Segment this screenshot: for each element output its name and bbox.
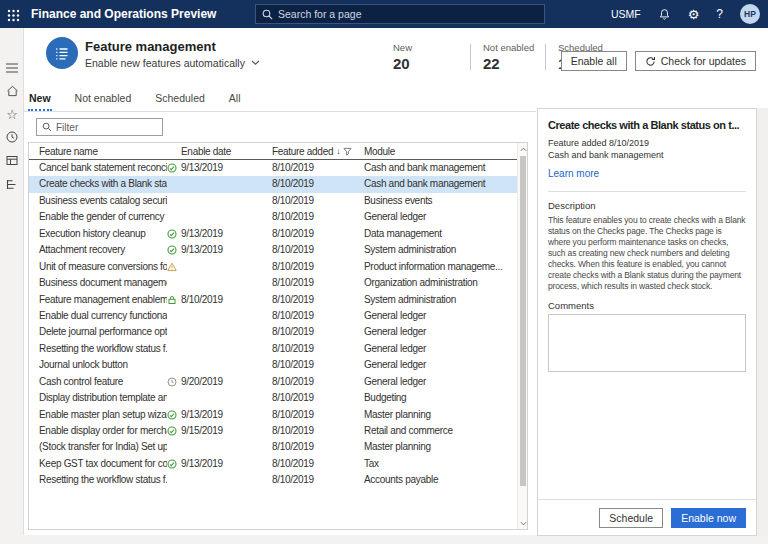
feature-added-cell: 8/10/2019 (272, 259, 364, 275)
table-row[interactable]: Enable the gender of currency f...8/10/2… (29, 209, 527, 225)
tab-not-enabled[interactable]: Not enabled (74, 88, 133, 111)
table-row[interactable]: Display distribution template an...8/10/… (29, 390, 527, 406)
recent-clock-icon[interactable] (5, 130, 19, 144)
feature-name-cell: Enable master plan setup wizar... (39, 407, 167, 423)
feature-name-cell: Cash control feature (39, 374, 167, 390)
app-launcher-waffle-icon[interactable] (7, 8, 20, 21)
table-row[interactable]: Keep GST tax document for con...9/13/201… (29, 456, 527, 472)
chevron-down-icon (251, 60, 260, 66)
user-avatar[interactable]: HP (740, 4, 760, 24)
workspaces-icon[interactable] (5, 153, 19, 167)
enable-date-cell: 8/10/2019 (181, 292, 272, 308)
details-panel: Create checks with a Blank status on t..… (537, 108, 757, 536)
favorites-star-icon[interactable]: ☆ (5, 107, 19, 121)
tab-all[interactable]: All (228, 88, 242, 111)
enable-date-cell: 9/13/2019 (181, 456, 272, 472)
table-row[interactable]: Journal unlock button8/10/2019General le… (29, 357, 527, 373)
scroll-down-icon[interactable] (519, 518, 527, 528)
feature-name-cell: Execution history cleanup (39, 226, 167, 242)
table-row[interactable]: Execution history cleanup9/13/20198/10/2… (29, 226, 527, 242)
enabled-check-icon (167, 226, 181, 242)
feature-added-cell: 8/10/2019 (272, 324, 364, 340)
column-header-enable-date[interactable]: Enable date (181, 143, 272, 159)
status-cell (167, 341, 181, 357)
scrollbar-thumb[interactable] (520, 156, 526, 486)
global-search[interactable] (255, 4, 545, 24)
lock-icon (167, 292, 181, 308)
table-row[interactable]: Cancel bank statement reconcili...9/13/2… (29, 160, 527, 176)
tab-scheduled[interactable]: Scheduled (154, 88, 206, 111)
enabled-check-icon (167, 407, 181, 423)
search-input[interactable] (278, 8, 538, 20)
table-row[interactable]: Enable master plan setup wizar...9/13/20… (29, 407, 527, 423)
help-icon[interactable]: ? (716, 7, 723, 21)
table-row[interactable]: Business document management8/10/2019Org… (29, 275, 527, 291)
feature-added-cell: 8/10/2019 (272, 423, 364, 439)
enable-date-cell (181, 357, 272, 373)
schedule-button[interactable]: Schedule (599, 508, 663, 528)
status-cell (167, 308, 181, 324)
filter-input[interactable] (56, 122, 157, 133)
table-row[interactable]: Feature management enableme...8/10/20198… (29, 292, 527, 308)
table-row[interactable]: Enable display order for mercha...9/15/2… (29, 423, 527, 439)
feature-name-cell: Resetting the workflow status f... (39, 472, 167, 488)
table-row[interactable]: Attachment recovery9/13/20198/10/2019Sys… (29, 242, 527, 258)
comments-textarea[interactable] (548, 314, 746, 372)
refresh-icon (645, 56, 656, 67)
hamburger-menu-icon[interactable] (5, 61, 19, 75)
enable-all-button[interactable]: Enable all (561, 51, 627, 71)
column-header-module[interactable]: Module (364, 143, 505, 159)
sort-descending-icon[interactable]: ↓ (336, 143, 340, 159)
table-row[interactable]: Resetting the workflow status f...8/10/2… (29, 341, 527, 357)
table-row[interactable]: (Stock transfer for India) Set up ...8/1… (29, 439, 527, 455)
panel-gutter (757, 108, 768, 536)
vertical-scrollbar[interactable] (517, 143, 527, 529)
settings-gear-icon[interactable]: ⚙ (688, 8, 700, 21)
stat-new: New20 (393, 42, 412, 72)
enable-now-button[interactable]: Enable now (671, 508, 746, 528)
enable-date-cell (181, 341, 272, 357)
feature-added-cell: 8/10/2019 (272, 275, 364, 291)
scroll-up-icon[interactable] (519, 144, 527, 154)
stat-not-enabled: Not enabled22 (483, 42, 534, 72)
company-picker[interactable]: USMF (611, 8, 641, 20)
status-cell (167, 209, 181, 225)
feature-name-cell: Enable display order for mercha... (39, 423, 167, 439)
enable-date-cell (181, 259, 272, 275)
enable-mode-dropdown[interactable]: Enable new features automatically (85, 57, 260, 69)
check-for-updates-button[interactable]: Check for updates (635, 51, 756, 71)
feature-added-cell: 8/10/2019 (272, 374, 364, 390)
modules-list-icon[interactable] (5, 177, 19, 191)
product-name: Finance and Operations Preview (31, 0, 216, 28)
feature-name-cell: Resetting the workflow status f... (39, 341, 167, 357)
tab-strip: New Not enabled Scheduled All (24, 88, 536, 112)
divider (545, 44, 546, 70)
table-row[interactable]: Create checks with a Blank statu...8/10/… (29, 176, 527, 192)
feature-added-cell: 8/10/2019 (272, 341, 364, 357)
feature-added-cell: 8/10/2019 (272, 292, 364, 308)
home-icon[interactable] (5, 84, 19, 98)
feature-added-cell: 8/10/2019 (272, 176, 364, 192)
column-header-feature-name[interactable]: Feature name (39, 143, 181, 159)
divider (470, 44, 471, 70)
notifications-bell-icon[interactable] (658, 8, 671, 21)
table-row[interactable]: Cash control feature9/20/20198/10/2019Ge… (29, 374, 527, 390)
module-cell: Master planning (364, 439, 515, 455)
module-cell: Product information manageme... (364, 259, 515, 275)
feature-name-cell: Unit of measure conversions for... (39, 259, 167, 275)
table-row[interactable]: Enable dual currency functionali...8/10/… (29, 308, 527, 324)
feature-added-cell: 8/10/2019 (272, 226, 364, 242)
table-row[interactable]: Delete journal performance opti...8/10/2… (29, 324, 527, 340)
learn-more-link[interactable]: Learn more (548, 168, 599, 179)
enabled-check-icon (167, 456, 181, 472)
table-row[interactable]: Unit of measure conversions for...8/10/2… (29, 259, 527, 275)
feature-name-cell: (Stock transfer for India) Set up ... (39, 439, 167, 455)
filter-funnel-icon[interactable] (343, 147, 352, 156)
column-header-feature-added[interactable]: Feature added ↓ (272, 143, 364, 159)
module-cell: Cash and bank management (364, 160, 515, 176)
tab-new[interactable]: New (28, 88, 52, 111)
module-cell: Master planning (364, 407, 515, 423)
table-row[interactable]: Resetting the workflow status f...8/10/2… (29, 472, 527, 488)
grid-header-row: Feature name Enable date Feature added ↓… (29, 143, 517, 160)
table-row[interactable]: Business events catalog security8/10/201… (29, 193, 527, 209)
